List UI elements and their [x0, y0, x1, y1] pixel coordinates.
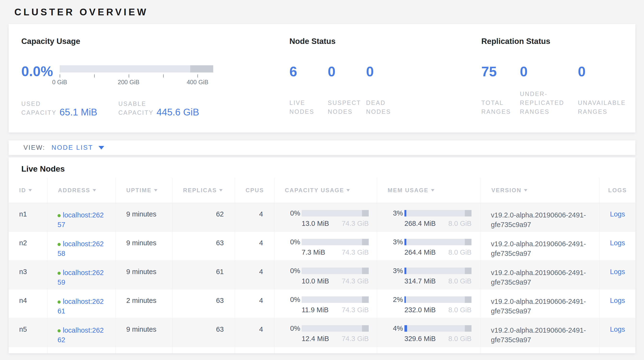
- cell-node-id: n3: [8, 261, 48, 289]
- stat-label-line: UNDER-: [520, 90, 578, 98]
- gauge-tick: [60, 74, 60, 78]
- column-header-label: VERSION: [492, 187, 522, 194]
- cell-uptime: 9 minutes: [116, 318, 172, 347]
- node-id: n4: [19, 297, 27, 304]
- cell-node-id: n4: [8, 289, 48, 318]
- version-value: v19.2.0-alpha.20190606-2491-gfe735c9a97: [491, 211, 586, 229]
- capacity-gauge-dark-segment: [190, 65, 213, 73]
- live-nodes-title: Live Nodes: [8, 157, 636, 174]
- column-header-uptime[interactable]: UPTIME: [116, 178, 172, 203]
- cluster-overview-page: CLUSTER OVERVIEW Capacity Usage 0.0% 0 G…: [0, 0, 644, 360]
- capacity-bar-dark-segment: [362, 239, 369, 245]
- mem-total-value: 8.0 GiB: [448, 306, 472, 314]
- node-live-dot-icon: [58, 300, 60, 304]
- column-header-version[interactable]: VERSION: [481, 178, 600, 203]
- capacity-percent-value: 0%: [284, 267, 300, 275]
- sort-desc-icon: [346, 189, 350, 192]
- cell-uptime: 9 minutes: [116, 232, 172, 260]
- mem-bar-dark-segment: [465, 268, 472, 274]
- cell-uptime: [116, 347, 172, 353]
- stat-label: SUSPECTNODES: [328, 98, 366, 116]
- capacity-total-value: 74.3 GiB: [342, 306, 369, 314]
- capacity-gauge: 0 GiB200 GiB400 GiB: [60, 64, 213, 85]
- logs-link[interactable]: Logs: [610, 325, 625, 333]
- mem-bar-dark-segment: [465, 296, 472, 303]
- cell-uptime: 2 minutes: [116, 289, 172, 318]
- mem-bar: [404, 268, 472, 274]
- stat-label-line: RANGES: [520, 107, 578, 116]
- capacity-stat-label-line: USED: [21, 99, 56, 108]
- column-header-address[interactable]: ADDRESS: [48, 178, 116, 203]
- capacity-stat-label: USEDCAPACITY: [21, 99, 56, 117]
- replicas-value: 63: [216, 239, 224, 247]
- mem-bar-fill: [404, 210, 406, 217]
- cell-logs: Logs: [600, 261, 636, 289]
- node-live-dot-icon: [58, 214, 60, 217]
- column-header-id[interactable]: ID: [8, 178, 48, 203]
- cpus-value: 4: [259, 210, 263, 218]
- table-row: n4 localhost:26261 2 minutes 63 4 0% 11.…: [8, 289, 636, 318]
- mem-bar: [404, 210, 472, 217]
- cell-replicas: 62: [172, 203, 235, 232]
- node-status-stats: 6 LIVENODES 0 SUSPECTNODES 0 DEADNODES: [290, 64, 481, 116]
- cell-address: [48, 347, 116, 353]
- sort-desc-icon: [93, 189, 96, 192]
- mem-bar-dark-segment: [465, 239, 472, 245]
- cell-mem-usage: 2% 232.0 MiB 8.0 GiB: [377, 289, 481, 318]
- replication-status-stats: 75 TOTALRANGES 0 UNDER-REPLICATEDRANGES …: [481, 64, 636, 116]
- address-link[interactable]: localhost:26258: [58, 240, 104, 257]
- stat-value: 75: [481, 64, 520, 79]
- cell-capacity-usage: 0% 7.3 MiB 74.3 GiB: [274, 232, 377, 260]
- mem-used-value: 264.4 MiB: [404, 248, 436, 256]
- cell-replicas: [172, 347, 235, 353]
- capacity-used-value: 7.3 MiB: [302, 248, 325, 256]
- logs-link[interactable]: Logs: [610, 239, 625, 247]
- stat: 0 UNAVAILABLERANGES: [578, 64, 634, 116]
- cell-logs: [600, 347, 636, 353]
- cpus-value: 4: [259, 268, 263, 276]
- cell-version: [481, 347, 600, 353]
- capacity-bar-dark-segment: [362, 268, 369, 274]
- capacity-total-value: 74.3 GiB: [342, 248, 369, 256]
- cell-node-id: n1: [8, 203, 48, 232]
- address-link[interactable]: localhost:26257: [58, 211, 104, 229]
- logs-link[interactable]: Logs: [610, 210, 625, 218]
- address-link[interactable]: localhost:26261: [58, 298, 104, 315]
- node-id: n1: [19, 210, 27, 218]
- cell-node-id: n5: [8, 318, 48, 347]
- capacity-used-value: 12.4 MiB: [302, 335, 329, 343]
- stat-value: 0: [328, 64, 366, 79]
- cell-version: v19.2.0-alpha.20190606-2491-gfe735c9a97: [481, 289, 600, 318]
- cpus-value: 4: [259, 297, 263, 304]
- column-header-capacity[interactable]: CAPACITY USAGE: [274, 178, 377, 203]
- address-link[interactable]: localhost:26259: [58, 269, 104, 286]
- node-list-selector[interactable]: NODE LIST: [52, 144, 104, 151]
- mem-total-value: 8.0 GiB: [448, 248, 472, 256]
- table-row-partial: [8, 347, 636, 353]
- stat-label-line: NODES: [366, 107, 404, 116]
- view-bar: VIEW: NODE LIST: [8, 140, 636, 155]
- sort-desc-icon: [219, 189, 222, 192]
- cell-capacity-usage: 0% 11.9 MiB 74.3 GiB: [274, 289, 377, 318]
- mem-total-value: 8.0 GiB: [448, 277, 472, 285]
- address-link[interactable]: localhost:26262: [58, 326, 104, 344]
- gauge-tick: [94, 74, 95, 78]
- cpus-value: 4: [259, 239, 263, 247]
- mem-used-value: 268.4 MiB: [404, 220, 436, 228]
- capacity-percent-value: 0%: [284, 324, 300, 332]
- view-label: VIEW:: [24, 144, 45, 151]
- sort-desc-icon: [524, 189, 527, 192]
- stat-label-line: NODES: [290, 107, 328, 116]
- column-header-mem[interactable]: MEM USAGE: [377, 178, 481, 203]
- column-header-label: ADDRESS: [58, 187, 90, 194]
- capacity-percent-value: 0%: [284, 296, 300, 304]
- capacity-stat-value: 65.1 MiB: [60, 107, 97, 117]
- uptime-value: 9 minutes: [126, 268, 156, 276]
- cell-replicas: 63: [172, 289, 235, 318]
- version-value: v19.2.0-alpha.20190606-2491-gfe735c9a97: [491, 326, 586, 344]
- stat-label-line: RANGES: [481, 107, 520, 116]
- logs-link[interactable]: Logs: [610, 297, 625, 304]
- logs-link[interactable]: Logs: [610, 268, 625, 276]
- column-header-replicas[interactable]: REPLICAS: [172, 178, 235, 203]
- gauge-tick-label: 0 GiB: [52, 79, 67, 86]
